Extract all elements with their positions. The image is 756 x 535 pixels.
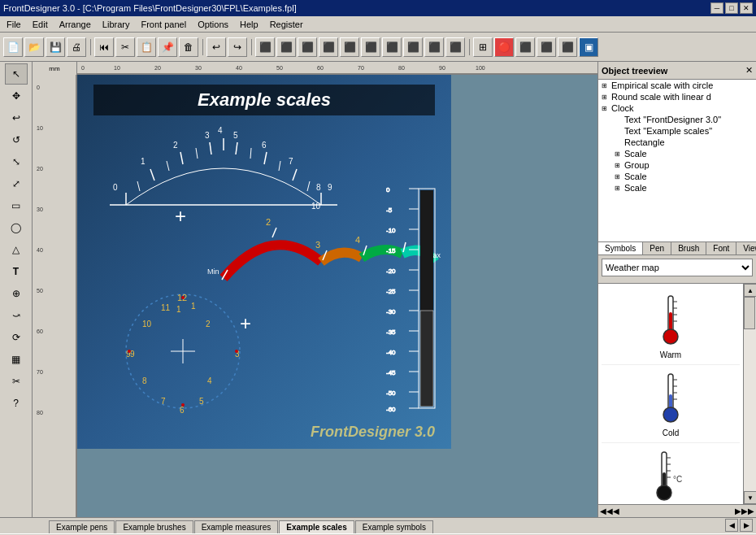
toolbar-save[interactable]: 💾 [46,37,65,57]
tab-brush[interactable]: Brush [671,242,706,254]
toolbar-grid[interactable]: ⊞ [473,37,493,57]
tool-scissors[interactable]: ✂ [5,371,28,392]
menu-front-panel[interactable]: Front panel [136,18,191,31]
title-bar: FrontDesigner 3.0 - [C:\Program Files\Fr… [0,0,756,16]
toolbar-align-b[interactable]: ⬛ [361,37,380,57]
tool-polygon[interactable]: △ [5,239,28,260]
tree-item-scale3[interactable]: ⊞Scale [598,182,756,194]
tree-item-round-scale[interactable]: ⊞Round scale with linear d [598,91,756,102]
scroll-down-arrow[interactable]: ▼ [744,491,756,504]
tool-move[interactable]: ✥ [5,85,28,107]
toolbar-print[interactable]: 🖨 [67,37,86,57]
tool-rotate-ccw[interactable]: ↩ [5,107,28,128]
toolbar-dist-v[interactable]: ⬛ [403,37,423,57]
symbol-warm[interactable]: Warm [602,287,740,365]
svg-text:-50: -50 [386,389,396,397]
minimize-button[interactable]: ─ [710,2,723,14]
menu-arrange[interactable]: Arrange [54,18,96,31]
tool-circle[interactable]: ⟳ [5,327,28,348]
tool-scale-v[interactable]: ⤢ [5,173,28,194]
svg-text:-35: -35 [386,328,396,336]
toolbar-undo[interactable]: ↩ [206,37,226,57]
svg-text:3: 3 [205,131,210,140]
toolbar-view1[interactable]: ⬛ [515,37,535,57]
scroll-track[interactable] [744,297,756,491]
treeview-close[interactable]: ✕ [745,65,753,76]
tab-example-scales[interactable]: Example scales [279,520,354,533]
tool-rect[interactable]: ▭ [5,195,28,216]
svg-line-32 [137,181,140,191]
toolbar-view3[interactable]: ⬛ [558,37,577,57]
tool-arc[interactable]: ⤻ [5,305,28,326]
tab-pen[interactable]: Pen [643,242,671,254]
svg-line-30 [293,169,297,181]
tree-item-empirical[interactable]: ⊞Empirical scale with circle [598,80,756,91]
tool-pattern[interactable]: ▦ [5,349,28,370]
menu-edit[interactable]: Edit [28,18,53,31]
symbols-dropdown[interactable]: Weather map Clocks Scales Electronics [602,259,753,276]
toolbar-group[interactable]: ⬛ [424,37,444,57]
toolbar-delete[interactable]: 🗑 [179,37,198,57]
tab-example-measures[interactable]: Example measures [194,520,279,533]
tree-item-clock[interactable]: ⊞Clock [598,102,756,114]
menu-options[interactable]: Options [193,18,233,31]
menu-file[interactable]: File [2,18,26,31]
tree-item-scale1[interactable]: ⊞Scale [598,148,756,159]
toolbar-view4[interactable]: ▣ [579,37,598,57]
toolbar-cut[interactable]: ✂ [115,37,135,57]
menu-library[interactable]: Library [98,18,135,31]
svg-text:4: 4 [355,235,360,245]
toolbar-align-c[interactable]: ⬛ [276,37,296,57]
toolbar-align-t[interactable]: ⬛ [319,37,338,57]
svg-text:-40: -40 [386,349,396,356]
canvas[interactable]: Example scales [77,75,597,517]
tree-item-rect[interactable]: Rectangle [598,137,756,148]
svg-text:°C: °C [673,475,682,484]
tree-item-group[interactable]: ⊞Group [598,159,756,171]
tree-item-text2[interactable]: Text "Example scales" [598,125,756,137]
menu-help[interactable]: Help [235,18,263,31]
canvas-with-ruler: 0 10 20 30 40 50 60 70 80 Example scales [33,75,597,517]
toolbar-ungroup[interactable]: ⬛ [445,37,465,57]
toolbar-align-m[interactable]: ⬛ [340,37,359,57]
toolbar-color[interactable]: 🔴 [494,37,514,57]
toolbar-redo[interactable]: ↪ [228,37,247,57]
maximize-button[interactable]: □ [725,2,738,14]
tab-font[interactable]: Font [706,242,736,254]
scroll-right-arrows[interactable]: ▶▶▶ [735,507,754,515]
svg-text:6: 6 [262,141,267,150]
tool-rotate-cw[interactable]: ↺ [5,129,28,150]
toolbar-view2[interactable]: ⬛ [537,37,556,57]
tab-scroll-right[interactable]: ▶ [740,519,753,532]
toolbar-dist-h[interactable]: ⬛ [382,37,402,57]
tool-scale-h[interactable]: ⤡ [5,151,28,172]
toolbar-open[interactable]: 📂 [24,37,44,57]
close-button[interactable]: ✕ [740,2,753,14]
toolbar-new[interactable]: 📄 [3,37,23,57]
tab-example-brushes[interactable]: Example brushes [115,520,193,533]
symbol-celsius[interactable]: °C Celsius [602,443,740,504]
symbol-cold[interactable]: Cold [602,365,740,443]
scroll-up-arrow[interactable]: ▲ [744,284,756,297]
tree-item-text1[interactable]: Text "FrontDesigner 3.0" [598,114,756,125]
tool-help[interactable]: ? [5,393,28,414]
tab-scroll-left[interactable]: ◀ [725,519,738,532]
tab-example-pens[interactable]: Example pens [49,520,115,533]
tool-text[interactable]: T [5,261,28,282]
toolbar-align-l[interactable]: ⬛ [255,37,275,57]
tab-view[interactable]: View [736,242,756,254]
menu-register[interactable]: Register [265,18,308,31]
right-scrollbar[interactable]: ▲ ▼ [743,284,756,504]
tab-symbols[interactable]: Symbols [598,242,643,254]
toolbar-first[interactable]: ⏮ [94,37,114,57]
toolbar-paste[interactable]: 📌 [158,37,177,57]
tree-item-scale2[interactable]: ⊞Scale [598,171,756,182]
tool-select[interactable]: ↖ [5,63,28,85]
tool-ellipse[interactable]: ◯ [5,217,28,238]
tab-example-symbols[interactable]: Example symbols [355,520,433,533]
tool-crosshair[interactable]: ⊕ [5,283,28,304]
svg-text:5: 5 [199,397,204,406]
toolbar-align-r[interactable]: ⬛ [298,37,317,57]
scroll-left-arrows[interactable]: ◀◀◀ [600,507,619,515]
toolbar-copy[interactable]: 📋 [137,37,156,57]
